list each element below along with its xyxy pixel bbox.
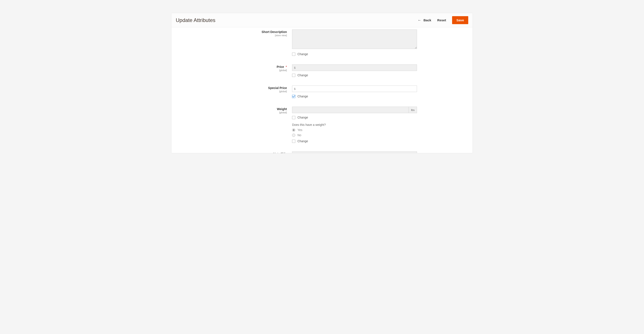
required-asterisk-icon: * [286, 65, 287, 69]
meta-title-label: Meta Title [273, 152, 287, 153]
field-weight: Weight [global] lbs Change Does this hav… [176, 107, 468, 143]
special-price-scope: [global] [176, 90, 287, 93]
special-price-change-label: Change [298, 95, 308, 98]
page-header: Update Attributes ← Back Reset Save [172, 13, 472, 27]
field-label-col: Short Description [store view] [176, 30, 292, 56]
field-price: Price * [global] Change [176, 65, 468, 77]
has-weight-question: Does this have a weight? [292, 123, 417, 127]
form-body: Short Description [store view] Change Pr… [172, 27, 472, 153]
meta-title-input[interactable] [292, 151, 417, 153]
field-label-col: Price * [global] [176, 65, 292, 77]
short-description-change-checkbox[interactable] [292, 53, 295, 56]
field-input-col [292, 151, 417, 153]
weight-input[interactable] [292, 107, 409, 113]
field-short-description: Short Description [store view] Change [176, 30, 468, 56]
weight-scope: [global] [176, 111, 287, 114]
special-price-label: Special Price [268, 86, 287, 90]
has-weight-change-label: Change [298, 139, 308, 143]
price-change-checkbox[interactable] [292, 74, 295, 77]
field-input-col: Change [292, 86, 417, 98]
weight-input-wrap: lbs [292, 107, 417, 113]
short-description-change-label: Change [298, 52, 308, 56]
short-description-change-row: Change [292, 52, 417, 56]
special-price-input[interactable] [292, 86, 417, 92]
field-meta-title: Meta Title [store view] [176, 151, 468, 153]
has-weight-no-radio[interactable] [292, 134, 295, 137]
back-button-label: Back [424, 18, 431, 22]
has-weight-yes-label: Yes [298, 128, 302, 132]
has-weight-no-row: No [292, 133, 417, 137]
price-change-row: Change [292, 74, 417, 77]
header-actions: ← Back Reset Save [418, 16, 468, 24]
field-input-col: Change [292, 65, 417, 77]
has-weight-yes-row: Yes [292, 128, 417, 132]
field-special-price: Special Price [global] Change [176, 86, 468, 98]
update-attributes-panel: Update Attributes ← Back Reset Save Shor… [171, 13, 473, 153]
price-scope: [global] [176, 69, 287, 72]
field-label-col: Meta Title [store view] [176, 151, 292, 153]
back-button[interactable]: ← Back [418, 18, 431, 22]
field-label-col: Weight [global] [176, 107, 292, 143]
back-arrow-icon: ← [418, 18, 421, 22]
price-label: Price [276, 65, 284, 69]
has-weight-change-checkbox[interactable] [292, 140, 295, 143]
reset-button-label: Reset [437, 18, 446, 22]
weight-change-checkbox[interactable] [292, 116, 295, 119]
price-change-label: Change [298, 74, 308, 77]
short-description-scope: [store view] [176, 34, 287, 37]
weight-suffix: lbs [409, 107, 417, 113]
field-input-col: Change [292, 30, 417, 56]
special-price-change-checkbox[interactable] [292, 95, 295, 98]
page-title: Update Attributes [176, 17, 418, 23]
special-price-change-row: Change [292, 95, 417, 98]
save-button[interactable]: Save [452, 16, 468, 24]
field-label-col: Special Price [global] [176, 86, 292, 98]
weight-label: Weight [277, 107, 287, 111]
weight-change-label: Change [298, 116, 308, 119]
short-description-input[interactable] [292, 30, 417, 49]
has-weight-no-label: No [298, 133, 301, 137]
weight-change-row: Change [292, 116, 417, 119]
price-input[interactable] [292, 65, 417, 71]
short-description-label: Short Description [262, 30, 287, 34]
field-input-col: lbs Change Does this have a weight? Yes … [292, 107, 417, 143]
save-button-label: Save [456, 18, 464, 22]
has-weight-change-row: Change [292, 139, 417, 143]
has-weight-yes-radio[interactable] [292, 128, 295, 132]
reset-button[interactable]: Reset [437, 18, 446, 22]
